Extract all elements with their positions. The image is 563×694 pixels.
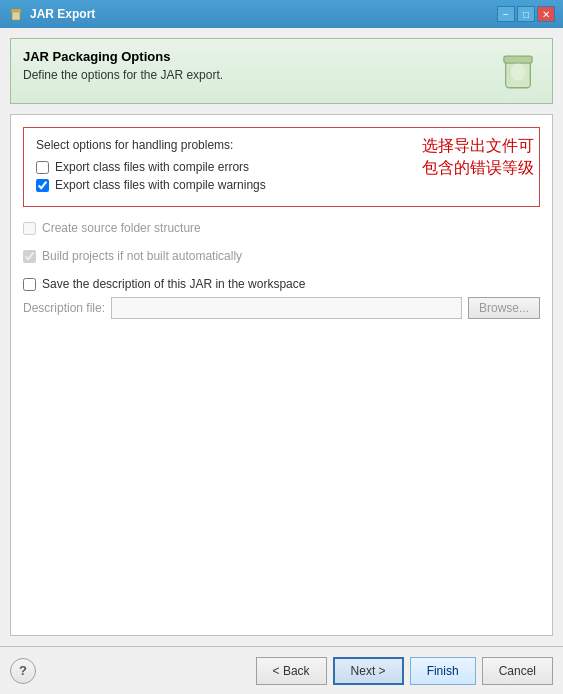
compile-warnings-checkbox[interactable] xyxy=(36,179,49,192)
jar-title-icon xyxy=(8,6,24,22)
page-description: Define the options for the JAR export. xyxy=(23,68,223,82)
page-title: JAR Packaging Options xyxy=(23,49,223,64)
title-text: JAR Export xyxy=(30,7,95,21)
main-content: JAR Packaging Options Define the options… xyxy=(0,28,563,646)
header-section: JAR Packaging Options Define the options… xyxy=(10,38,553,104)
build-projects-checkbox[interactable] xyxy=(23,250,36,263)
minimize-button[interactable]: − xyxy=(497,6,515,22)
problems-box: Select options for handling problems: Ex… xyxy=(23,127,540,207)
compile-warnings-label: Export class files with compile warnings xyxy=(55,178,266,192)
svg-rect-3 xyxy=(504,56,532,63)
finish-button[interactable]: Finish xyxy=(410,657,476,685)
save-description-label: Save the description of this JAR in the … xyxy=(42,277,305,291)
desc-file-input[interactable] xyxy=(111,297,462,319)
desc-file-label: Description file: xyxy=(23,301,105,315)
header-text: JAR Packaging Options Define the options… xyxy=(23,49,223,82)
next-button[interactable]: Next > xyxy=(333,657,404,685)
browse-button[interactable]: Browse... xyxy=(468,297,540,319)
navigation-buttons: < Back Next > Finish Cancel xyxy=(256,657,553,685)
button-bar: ? < Back Next > Finish Cancel xyxy=(0,646,563,694)
compile-errors-label: Export class files with compile errors xyxy=(55,160,249,174)
problems-label: Select options for handling problems: xyxy=(36,138,527,152)
close-button[interactable]: ✕ xyxy=(537,6,555,22)
save-description-checkbox[interactable] xyxy=(23,278,36,291)
compile-errors-row: Export class files with compile errors xyxy=(36,160,527,174)
source-folder-checkbox[interactable] xyxy=(23,222,36,235)
help-button[interactable]: ? xyxy=(10,658,36,684)
back-button[interactable]: < Back xyxy=(256,657,327,685)
maximize-button[interactable]: □ xyxy=(517,6,535,22)
compile-errors-checkbox[interactable] xyxy=(36,161,49,174)
build-projects-row: Build projects if not built automaticall… xyxy=(23,249,540,263)
desc-file-row: Description file: Browse... xyxy=(23,297,540,319)
cancel-button[interactable]: Cancel xyxy=(482,657,553,685)
source-folder-label: Create source folder structure xyxy=(42,221,201,235)
jar-icon xyxy=(496,49,540,93)
title-controls: − □ ✕ xyxy=(497,6,555,22)
title-bar-left: JAR Export xyxy=(8,6,95,22)
build-projects-label: Build projects if not built automaticall… xyxy=(42,249,242,263)
title-bar: JAR Export − □ ✕ xyxy=(0,0,563,28)
compile-warnings-row: Export class files with compile warnings xyxy=(36,178,527,192)
content-panel: 选择导出文件可包含的错误等级 Select options for handli… xyxy=(10,114,553,636)
svg-rect-1 xyxy=(11,9,21,12)
svg-point-4 xyxy=(511,63,525,81)
save-description-row: Save the description of this JAR in the … xyxy=(23,277,540,291)
source-folder-row: Create source folder structure xyxy=(23,221,540,235)
save-description-section: Save the description of this JAR in the … xyxy=(23,277,540,319)
